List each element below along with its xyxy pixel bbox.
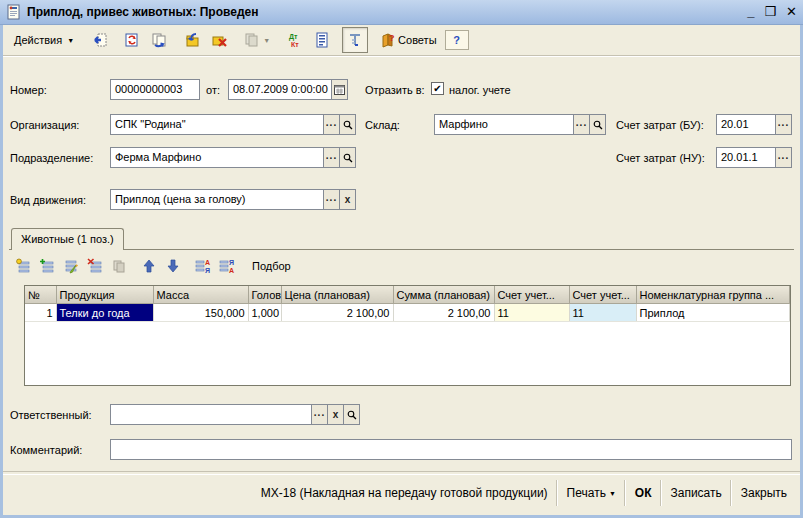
help-icon: ?	[453, 34, 460, 46]
svg-text:?: ?	[389, 33, 395, 43]
cell-sum[interactable]: 2 100,00	[393, 304, 494, 322]
cost-account-nu-select-button[interactable]	[775, 147, 792, 168]
actions-menu-button[interactable]: Действия ▼	[7, 27, 79, 53]
organization-value[interactable]: СПК "Родина"	[110, 114, 324, 135]
tips-button[interactable]: ? Советы	[375, 27, 443, 53]
move-up-button[interactable]	[137, 254, 161, 278]
move-down-button[interactable]	[161, 254, 185, 278]
copy-row-button[interactable]	[35, 254, 59, 278]
organization-field[interactable]: СПК "Родина"	[110, 114, 356, 135]
help-button[interactable]: ?	[445, 30, 469, 50]
ok-button[interactable]: ОК	[625, 480, 661, 506]
cell-product-selected[interactable]: Телки до года	[56, 304, 153, 322]
ok-button-label: ОК	[635, 486, 652, 500]
svg-text:А: А	[229, 267, 234, 274]
date-field[interactable]: 08.07.2009 0:00:00	[228, 79, 348, 100]
department-select-button[interactable]	[323, 147, 340, 168]
comment-label: Комментарий:	[10, 444, 82, 456]
cell-heads[interactable]: 1,000	[248, 304, 281, 322]
column-header-group[interactable]: Номенклатурная группа ...	[636, 286, 790, 304]
add-row-button[interactable]	[11, 254, 35, 278]
responsible-select-button[interactable]	[311, 404, 328, 425]
tax-accounting-checkbox[interactable]	[431, 82, 444, 95]
column-header-heads[interactable]: Голов	[248, 286, 281, 304]
print-menu-button[interactable]: Печать ▼	[557, 480, 625, 506]
comment-field[interactable]	[110, 439, 792, 460]
column-header-num[interactable]: №	[25, 286, 56, 304]
organization-select-button[interactable]	[323, 114, 340, 135]
save-button[interactable]	[146, 27, 172, 53]
comment-value[interactable]	[110, 439, 792, 460]
post-icon	[184, 32, 200, 48]
copy-rows-disabled-button[interactable]	[107, 254, 131, 278]
minimize-button[interactable]: _	[747, 5, 754, 19]
tab-animals[interactable]: Животные (1 поз.)	[11, 228, 124, 250]
responsible-open-button[interactable]	[343, 404, 360, 425]
cell-account-nu[interactable]: 11	[569, 304, 636, 322]
mx18-print-button[interactable]: МХ-18 (Накладная на передачу готовой про…	[252, 480, 557, 506]
svg-text:Я: Я	[205, 267, 210, 274]
previous-document-icon	[91, 32, 107, 48]
responsible-field[interactable]	[110, 404, 360, 425]
save-icon	[151, 32, 167, 48]
sort-asc-icon: АЯ	[195, 258, 211, 274]
warehouse-select-button[interactable]	[573, 114, 590, 135]
previous-document-button[interactable]	[86, 27, 112, 53]
write-button[interactable]: Записать	[661, 480, 731, 506]
close-window-button[interactable]: Закрыть	[731, 480, 796, 506]
actions-menu-label: Действия	[14, 34, 62, 46]
copy-button-disabled[interactable]: ▼	[239, 27, 275, 53]
column-header-price[interactable]: Цена (плановая)	[281, 286, 393, 304]
warehouse-field[interactable]: Марфино	[434, 114, 606, 135]
dt-kt-postings-button[interactable]: Дт Кт	[282, 27, 308, 53]
calendar-button[interactable]	[331, 79, 348, 100]
department-field[interactable]: Ферма Марфино	[110, 147, 356, 168]
column-header-product[interactable]: Продукция	[56, 286, 153, 304]
column-header-sum[interactable]: Сумма (плановая)	[393, 286, 494, 304]
edit-row-button[interactable]	[59, 254, 83, 278]
unpost-icon	[211, 32, 227, 48]
number-value[interactable]: 00000000003	[110, 79, 200, 100]
cost-account-nu-value[interactable]: 20.01.1	[716, 147, 776, 168]
cell-price[interactable]: 2 100,00	[281, 304, 393, 322]
warehouse-open-button[interactable]	[589, 114, 606, 135]
write-button-label: Записать	[671, 486, 722, 500]
cell-account-bu[interactable]: 11	[494, 304, 569, 322]
column-header-mass[interactable]: Масса	[153, 286, 248, 304]
responsible-value[interactable]	[110, 404, 312, 425]
column-header-account-bu[interactable]: Счет учет...	[494, 286, 569, 304]
number-field[interactable]: 00000000003	[110, 79, 200, 100]
cost-account-nu-field[interactable]: 20.01.1	[716, 147, 792, 168]
add-row-icon	[15, 258, 31, 274]
maximize-button[interactable]: ❒	[764, 5, 776, 19]
postings-report-button[interactable]	[309, 27, 335, 53]
warehouse-value[interactable]: Марфино	[434, 114, 574, 135]
organization-open-button[interactable]	[339, 114, 356, 135]
cost-account-bu-field[interactable]: 20.01	[716, 114, 792, 135]
reread-button[interactable]	[119, 27, 145, 53]
department-value[interactable]: Ферма Марфино	[110, 147, 324, 168]
pick-button-label: Подбор	[252, 260, 291, 272]
movement-type-value[interactable]: Приплод (цена за голову)	[110, 189, 324, 210]
footer-button-bar: МХ-18 (Накладная на передачу готовой про…	[3, 475, 796, 511]
pick-button[interactable]: Подбор	[245, 254, 298, 278]
column-header-account-nu[interactable]: Счет учет...	[569, 286, 636, 304]
responsible-clear-button[interactable]	[327, 404, 344, 425]
cell-nomenclature-group[interactable]: Приплод	[636, 304, 790, 322]
unpost-document-button[interactable]	[206, 27, 232, 53]
close-button[interactable]: ✕	[786, 5, 797, 19]
sort-ascending-button[interactable]: АЯ	[191, 254, 215, 278]
movement-type-select-button[interactable]	[323, 189, 340, 210]
cost-account-bu-select-button[interactable]	[775, 114, 792, 135]
cell-row-number[interactable]: 1	[25, 304, 56, 322]
cell-mass[interactable]: 150,000	[153, 304, 248, 322]
department-open-button[interactable]	[339, 147, 356, 168]
post-document-button[interactable]	[179, 27, 205, 53]
delete-row-button[interactable]	[83, 254, 107, 278]
structure-button[interactable]	[342, 27, 368, 53]
date-value[interactable]: 08.07.2009 0:00:00	[228, 79, 332, 100]
movement-type-clear-button[interactable]	[339, 189, 356, 210]
cost-account-bu-value[interactable]: 20.01	[716, 114, 776, 135]
movement-type-field[interactable]: Приплод (цена за голову)	[110, 189, 356, 210]
sort-descending-button[interactable]: ЯА	[215, 254, 239, 278]
